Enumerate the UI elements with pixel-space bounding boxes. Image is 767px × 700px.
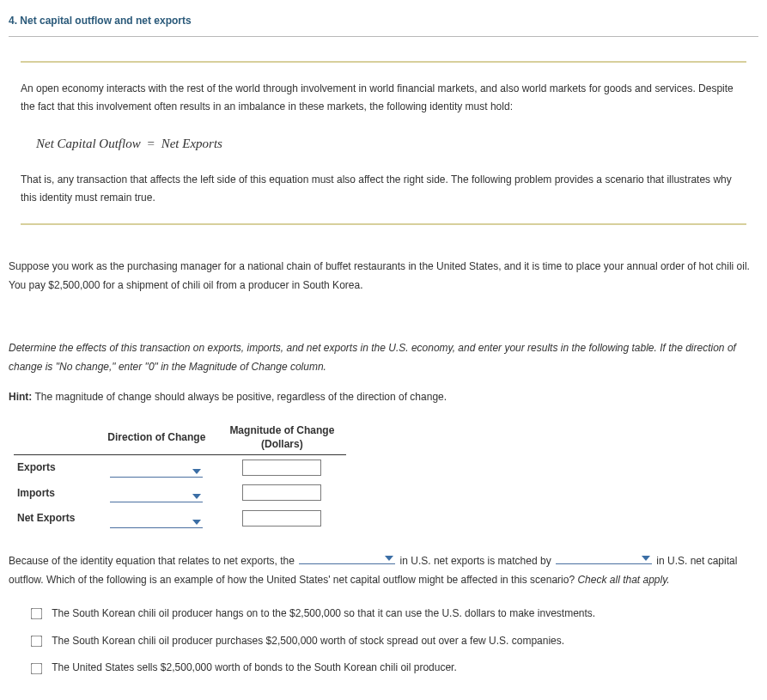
checkbox-label: The United States sells $2,500,000 worth… <box>52 661 457 673</box>
chevron-down-icon <box>642 556 650 561</box>
chevron-down-icon <box>385 556 393 561</box>
inline-dropdown-nco-change[interactable] <box>556 552 652 564</box>
checkbox-option-3[interactable] <box>31 662 43 674</box>
check-all-apply: Check all that apply. <box>577 574 669 586</box>
table-row: Imports <box>14 481 346 507</box>
magnitude-input-net-exports[interactable] <box>242 510 321 527</box>
table-header-direction: Direction of Change <box>95 423 217 455</box>
row-label-imports: Imports <box>14 481 95 507</box>
equation-lhs: Net Capital Outflow <box>36 137 141 150</box>
inline-dropdown-net-exports-change[interactable] <box>299 552 395 564</box>
identity-equation: Net Capital Outflow = Net Exports <box>36 132 746 155</box>
title-divider <box>9 36 758 37</box>
magnitude-input-imports[interactable] <box>242 484 321 501</box>
question-title: 4. Net capital outflow and net exports <box>9 12 758 31</box>
intro-paragraph: An open economy interacts with the rest … <box>21 80 746 117</box>
checkbox-label: The South Korean chili oil producer purc… <box>52 635 564 647</box>
followup-paragraph: Because of the identity equation that re… <box>9 552 758 589</box>
row-label-net-exports: Net Exports <box>14 506 95 532</box>
chevron-down-icon <box>192 494 201 499</box>
table-header-blank <box>14 423 95 455</box>
equals-sign: = <box>143 137 157 150</box>
checkbox-group: The South Korean chili oil producer hang… <box>9 605 758 678</box>
checkbox-option: The United States sells $2,500,000 worth… <box>27 659 758 678</box>
hint-text: The magnitude of change should always be… <box>32 391 447 403</box>
scenario-paragraph: Suppose you work as the purchasing manag… <box>9 258 758 295</box>
checkbox-option-2[interactable] <box>31 636 43 648</box>
hint-label: Hint: <box>9 391 32 403</box>
table-row: Net Exports <box>14 506 346 532</box>
table-row: Exports <box>14 455 346 481</box>
table-header-magnitude: Magnitude of Change (Dollars) <box>217 423 346 455</box>
direction-dropdown-exports[interactable] <box>110 464 203 478</box>
magnitude-input-exports[interactable] <box>242 460 321 476</box>
chevron-down-icon <box>192 520 201 525</box>
hint-paragraph: Hint: The magnitude of change should alw… <box>9 388 758 407</box>
direction-dropdown-net-exports[interactable] <box>110 514 203 528</box>
after-equation-paragraph: That is, any transaction that affects th… <box>21 171 746 208</box>
effects-table: Direction of Change Magnitude of Change … <box>14 423 346 532</box>
row-label-exports: Exports <box>14 455 95 481</box>
checkbox-option-1[interactable] <box>31 608 43 620</box>
chevron-down-icon <box>192 469 201 474</box>
gold-rule-bottom <box>21 223 746 225</box>
instructions-paragraph: Determine the effects of this transactio… <box>9 339 758 376</box>
checkbox-option: The South Korean chili oil producer purc… <box>27 632 758 651</box>
direction-dropdown-imports[interactable] <box>110 489 203 502</box>
checkbox-option: The South Korean chili oil producer hang… <box>27 605 758 624</box>
gold-rule-top <box>21 61 746 63</box>
checkbox-label: The South Korean chili oil producer hang… <box>52 607 595 619</box>
equation-rhs: Net Exports <box>161 137 222 150</box>
